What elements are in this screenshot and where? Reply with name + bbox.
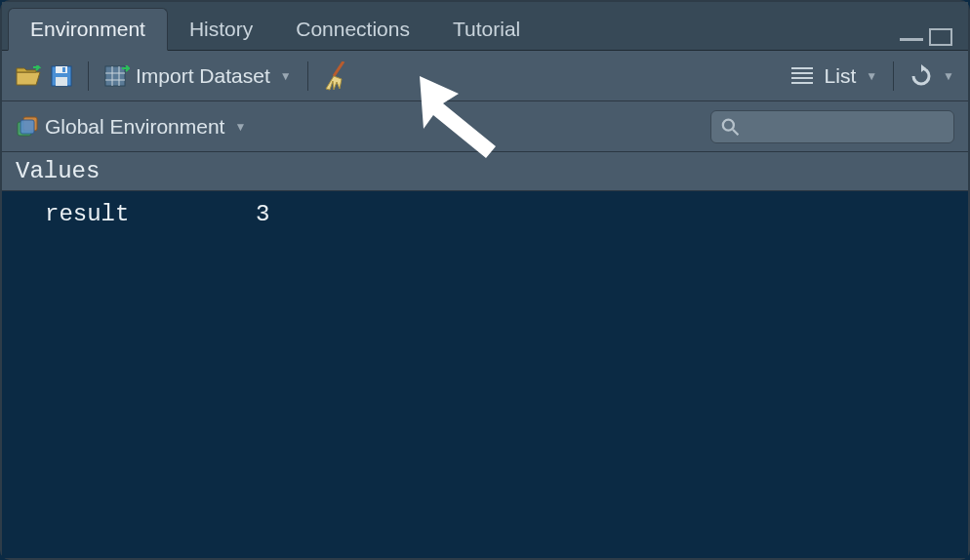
toolbar: Import Dataset ▼ List ▼ ▼ — [2, 51, 968, 101]
scope-row: Global Environment ▼ — [2, 101, 968, 152]
tab-tutorial-label: Tutorial — [453, 18, 520, 41]
view-mode-button[interactable]: List ▼ — [791, 64, 878, 88]
svg-rect-1 — [56, 66, 67, 73]
tab-history-label: History — [189, 18, 253, 41]
values-section-header: Values — [2, 152, 968, 191]
folder-open-icon — [16, 65, 41, 87]
tab-connections-label: Connections — [296, 18, 410, 41]
grid-import-icon — [104, 65, 130, 87]
search-input[interactable] — [739, 116, 944, 137]
search-icon — [721, 117, 739, 137]
broom-icon — [324, 61, 349, 91]
toolbar-separator-2 — [307, 61, 308, 91]
environment-scope-button[interactable]: Global Environment ▼ — [16, 115, 246, 139]
view-mode-label: List — [825, 64, 857, 88]
import-dataset-label: Import Dataset — [136, 64, 270, 88]
tab-history[interactable]: History — [168, 8, 274, 51]
tab-tutorial[interactable]: Tutorial — [431, 8, 542, 51]
environment-data-area: result 3 — [2, 191, 968, 558]
env-row-name: result — [2, 201, 256, 227]
svg-rect-12 — [20, 120, 34, 134]
search-box[interactable] — [710, 110, 954, 143]
refresh-button[interactable]: ▼ — [909, 64, 954, 88]
svg-line-14 — [733, 129, 739, 135]
svg-point-13 — [723, 119, 734, 130]
svg-line-9 — [334, 61, 344, 76]
window-controls — [900, 28, 962, 50]
tab-environment-label: Environment — [30, 18, 145, 41]
chevron-down-icon: ▼ — [280, 69, 292, 83]
open-file-button[interactable] — [16, 65, 41, 87]
chevron-down-icon: ▼ — [943, 69, 954, 83]
tab-environment[interactable]: Environment — [8, 8, 168, 51]
svg-rect-2 — [56, 77, 67, 86]
tab-connections[interactable]: Connections — [274, 8, 431, 51]
tabs-row: Environment History Connections Tutorial — [2, 2, 968, 51]
maximize-icon[interactable] — [929, 28, 952, 46]
svg-rect-3 — [62, 67, 65, 72]
toolbar-separator-3 — [893, 61, 894, 91]
chevron-down-icon: ▼ — [234, 120, 246, 134]
environment-scope-label: Global Environment — [45, 115, 224, 139]
list-lines-icon — [791, 67, 813, 84]
clear-workspace-button[interactable] — [324, 61, 349, 91]
environments-stack-icon — [16, 116, 39, 138]
env-row-value: 3 — [256, 201, 968, 227]
minimize-icon[interactable] — [900, 33, 923, 41]
refresh-icon — [909, 64, 933, 88]
import-dataset-button[interactable]: Import Dataset ▼ — [104, 64, 292, 88]
chevron-down-icon: ▼ — [866, 69, 877, 83]
floppy-disk-icon — [51, 65, 72, 87]
env-row[interactable]: result 3 — [2, 199, 968, 229]
values-section-label: Values — [16, 158, 100, 184]
environment-panel: Environment History Connections Tutorial — [0, 0, 970, 560]
toolbar-separator — [88, 61, 89, 91]
save-button[interactable] — [51, 65, 72, 87]
